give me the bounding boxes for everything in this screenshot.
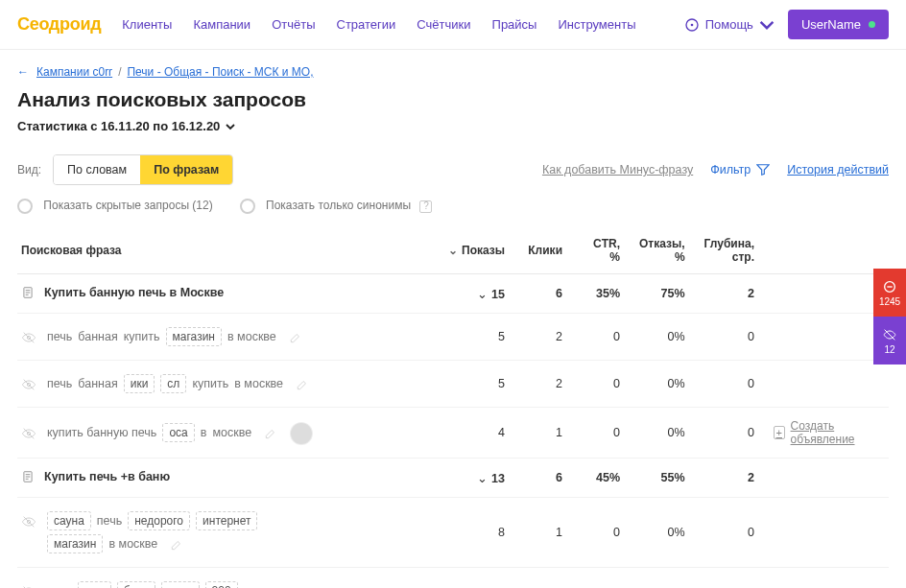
nav-tools[interactable]: Инструменты xyxy=(558,17,635,32)
phrase-cell[interactable]: печьбаннаяикислкупитьв москве xyxy=(17,361,439,408)
view-label: Вид: xyxy=(17,163,41,176)
side-badges: 1245 12 xyxy=(873,269,906,365)
query-word: москве xyxy=(212,426,251,439)
group-text: Купить печь +в баню xyxy=(44,470,170,483)
table-group-row[interactable]: Купить банную печь в Москве15635%75%2 xyxy=(17,274,889,314)
col-bounce[interactable]: Отказы, % xyxy=(630,227,695,274)
minus-word-tag[interactable]: магазин xyxy=(166,327,222,346)
cell-bounce: 0% xyxy=(630,408,695,459)
breadcrumb-campaign-name[interactable]: Печи - Общая - Поиск - МСК и МО, xyxy=(127,65,313,79)
minus-word-tag[interactable]: интернет xyxy=(196,511,257,530)
col-phrase[interactable]: Поисковая фраза xyxy=(17,227,439,274)
cell-clicks: 1 xyxy=(514,568,572,589)
query-word: купить xyxy=(192,377,228,390)
help-hint-icon[interactable] xyxy=(419,200,432,213)
cell-depth: 0 xyxy=(695,361,764,408)
query-word: печь xyxy=(97,514,122,528)
view-by-words-button[interactable]: По словам xyxy=(54,155,140,184)
create-ad-link[interactable]: +Создать объявление xyxy=(774,419,879,446)
hidden-count: 12 xyxy=(884,344,894,355)
minus-circle-icon xyxy=(882,279,897,294)
edit-icon[interactable] xyxy=(296,378,309,391)
cell-bounce: 0% xyxy=(630,314,695,361)
query-word: в москве xyxy=(234,377,283,390)
date-range-label: Статистика с 16.11.20 по 16.12.20 xyxy=(17,119,220,133)
alerts-badge[interactable]: 1245 xyxy=(873,269,906,317)
cell-bounce: 0% xyxy=(630,361,695,408)
minus-word-tag[interactable]: магазин xyxy=(47,534,103,553)
breadcrumb-campaigns[interactable]: Кампании c0rr xyxy=(36,65,112,79)
col-impressions[interactable]: Показы xyxy=(439,227,514,274)
minus-word-tag[interactable]: 200 xyxy=(205,581,238,588)
table-row[interactable]: печьбаннаякупитьмагазинв москве5200%0 xyxy=(17,314,889,361)
minus-word-tag[interactable]: недорого xyxy=(128,511,190,530)
query-word: в xyxy=(201,426,207,439)
minus-word-tag[interactable]: сауна xyxy=(47,511,91,530)
help-menu[interactable]: Помощь xyxy=(684,17,775,33)
cell-ctr: 0 xyxy=(572,568,630,589)
eye-off-icon[interactable] xyxy=(21,584,36,588)
nav-clients[interactable]: Клиенты xyxy=(122,17,172,32)
cell-actions: +Создать объявление xyxy=(764,408,889,459)
history-link[interactable]: История действий xyxy=(787,163,889,176)
group-text: Купить банную печь в Москве xyxy=(44,286,224,299)
minus-word-tag[interactable]: ики xyxy=(124,374,155,393)
view-by-phrases-button[interactable]: По фразам xyxy=(140,155,232,184)
nav-prices[interactable]: Прайсы xyxy=(492,17,537,32)
main-nav: Клиенты Кампании Отчёты Стратегии Счётчи… xyxy=(122,17,635,32)
col-clicks[interactable]: Клики xyxy=(514,227,572,274)
minus-word-tag[interactable]: элит xyxy=(161,581,199,588)
query-word: в москве xyxy=(108,537,157,551)
col-ctr[interactable]: CTR, % xyxy=(572,227,630,274)
edit-icon[interactable] xyxy=(289,331,302,344)
eye-off-icon[interactable] xyxy=(21,330,36,345)
phrase-cell[interactable]: Купить банную печь в Москве xyxy=(17,274,439,314)
date-range-selector[interactable]: Статистика с 16.11.20 по 16.12.20 xyxy=(17,119,889,133)
phrase-cell[interactable]: Купить печь +в баню xyxy=(17,459,439,498)
cell-actions xyxy=(764,314,889,361)
toolbar: Вид: По словам По фразам Как добавить Ми… xyxy=(17,154,889,185)
eye-off-icon[interactable] xyxy=(21,377,36,392)
minus-word-tag[interactable]: оса xyxy=(162,423,194,442)
view-toggle: По словам По фразам xyxy=(53,154,233,185)
show-synonyms-toggle[interactable]: Показать только синонимы xyxy=(240,199,433,214)
phrase-cell[interactable]: печьбаннаякупитьмагазинв москве xyxy=(17,314,439,361)
show-synonyms-label: Показать только синонимы xyxy=(266,199,411,212)
cell-depth: 2 xyxy=(695,459,764,498)
minus-word-tag[interactable]: для xyxy=(78,581,111,588)
query-word: банная xyxy=(78,330,117,343)
query-word: в москве xyxy=(227,330,276,343)
cell-ctr: 0 xyxy=(572,408,630,459)
table-row[interactable]: купить банную печьосавмоскве4100%0+Созда… xyxy=(17,408,889,459)
phrase-cell[interactable]: саунапечьнедорогоинтернетмагазинв москве xyxy=(17,498,439,568)
nav-strategies[interactable]: Стратегии xyxy=(337,17,396,32)
nav-reports[interactable]: Отчёты xyxy=(272,17,315,32)
show-hidden-toggle[interactable]: Показать скрытые запросы (12) xyxy=(17,199,213,214)
edit-icon[interactable] xyxy=(170,538,183,552)
cell-bounce: 75% xyxy=(630,274,695,314)
nav-counters[interactable]: Счётчики xyxy=(417,17,470,32)
table-group-row[interactable]: Купить печь +в баню13645%55%2 xyxy=(17,459,889,498)
phrase-cell[interactable]: печьдлябаниэлит200купитьвгородекузнецк xyxy=(17,568,439,589)
howto-minus-phrase-link[interactable]: Как добавить Минус-фразу xyxy=(542,163,693,176)
user-menu-button[interactable]: UserName xyxy=(788,10,889,39)
filter-button[interactable]: Фильтр xyxy=(710,163,770,176)
minus-word-tag[interactable]: бани xyxy=(117,581,156,588)
nav-campaigns[interactable]: Кампании xyxy=(193,17,250,32)
col-depth[interactable]: Глубина, стр. xyxy=(695,227,764,274)
eye-off-icon[interactable] xyxy=(21,426,36,441)
minus-word-tag[interactable]: сл xyxy=(160,374,186,393)
cell-depth: 0 xyxy=(695,408,764,459)
logo[interactable]: Сеодроид xyxy=(17,14,101,35)
back-arrow-icon[interactable]: ← xyxy=(17,65,29,79)
query-word: банная xyxy=(78,377,117,390)
eye-off-icon[interactable] xyxy=(21,514,36,529)
cell-depth: 0 xyxy=(695,498,764,568)
edit-icon[interactable] xyxy=(264,427,277,440)
table-row[interactable]: печьдлябаниэлит200купитьвгородекузнецк11… xyxy=(17,568,889,589)
phrase-cell[interactable]: купить банную печьосавмоскве xyxy=(17,408,439,459)
table-row[interactable]: саунапечьнедорогоинтернетмагазинв москве… xyxy=(17,498,889,568)
hidden-badge[interactable]: 12 xyxy=(873,317,906,365)
breadcrumb-sep: / xyxy=(118,65,121,79)
table-row[interactable]: печьбаннаяикислкупитьв москве5200%0 xyxy=(17,361,889,408)
